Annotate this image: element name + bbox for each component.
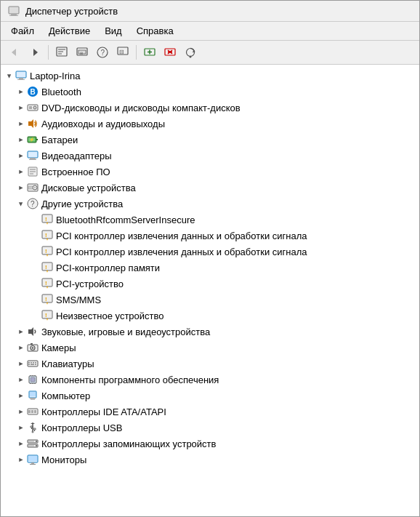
chevron-usb[interactable]: ► [15,422,27,433]
remove-device-button[interactable] [161,43,179,62]
chevron-bluetooth[interactable]: ► [15,86,27,97]
svg-rect-102 [34,410,36,413]
tree-item-computer[interactable]: ► Компьютер [1,388,419,404]
warning-icon-pcidev: ! [41,278,53,289]
chevron-disk[interactable]: ► [15,182,27,193]
tree-item-sound[interactable]: ► Звуковые, игровые и видеоустройства [1,324,419,340]
firmware-icon [27,166,39,177]
tree-item-ide[interactable]: ► Контроллеры IDE ATA/ATAPI [1,404,419,420]
chevron-camera[interactable]: ► [15,342,27,353]
svg-rect-84 [28,364,30,366]
tree-root[interactable]: ► Laptop-Irina [1,68,419,84]
dvd-icon [27,102,39,113]
chevron-computer[interactable]: ► [15,390,27,401]
tree-item-pci2[interactable]: ► ! PCI контроллер извлечения данных и о… [1,244,419,260]
dvd-label: DVD-дисководы и дисководы компакт-дисков [41,103,241,113]
refresh-button[interactable] [181,43,200,62]
svg-rect-81 [31,362,32,364]
back-button[interactable] [5,43,24,62]
svg-rect-37 [36,139,38,140]
tree-item-components[interactable]: ► Компоненты программного обеспечения [1,372,419,388]
monitor-icon [27,454,39,465]
svg-rect-100 [28,410,31,413]
add-hardware-button[interactable] [140,43,159,62]
audio-icon [27,118,39,129]
tree-item-pcimem[interactable]: ► ! PCI-контроллер памяти [1,260,419,276]
menu-action[interactable]: Действие [43,23,96,39]
svg-text:!: ! [45,296,47,302]
usb-icon [27,422,39,433]
svg-marker-3 [12,49,16,56]
svg-rect-28 [17,79,25,80]
tree-item-dvd[interactable]: ► DVD-дисководы и дисководы компакт-диск… [1,100,419,116]
svg-text:!: ! [45,232,47,239]
components-label: Компоненты программного обеспечения [41,374,219,385]
display-label: Видеоадаптеры [41,151,112,161]
svg-point-49 [34,187,36,188]
chevron-ide[interactable]: ► [15,406,27,417]
tree-item-audio[interactable]: ► Аудиовходы и аудиовыходы [1,116,419,132]
computer-icon [15,70,27,81]
svg-rect-27 [19,78,23,79]
chevron-root[interactable]: ► [4,71,15,82]
pcidev-label: PCI-устройство [56,278,124,289]
tree-item-unknown[interactable]: ► ! Неизвестное устройство [1,308,419,324]
svg-rect-1 [11,14,17,15]
tree-item-camera[interactable]: ► Камеры [1,340,419,356]
chevron-keyboard[interactable]: ► [15,358,27,369]
monitors-label: Мониторы [41,454,86,465]
tree-item-pci1[interactable]: ► ! PCI контроллер извлечения данных и о… [1,228,419,244]
camera-label: Камеры [41,342,76,353]
svg-marker-74 [28,327,33,336]
svg-rect-41 [30,158,36,159]
svg-point-25 [190,56,192,58]
update-driver-button[interactable]: ⊞ [73,43,92,62]
warning-icon-unknown: ! [41,310,53,321]
chevron-components[interactable]: ► [15,374,27,385]
tree-item-firmware[interactable]: ► Встроенное ПО [1,164,419,180]
chevron-firmware[interactable]: ► [15,166,27,177]
tree-item-storage[interactable]: ► Контроллеры запоминающих устройств [1,436,419,452]
chevron-display[interactable]: ► [15,150,27,161]
chevron-audio[interactable]: ► [15,118,27,129]
svg-rect-80 [28,362,30,364]
tree-item-other[interactable]: ► ? Другие устройства [1,196,419,212]
tree-item-battery[interactable]: ► ⚡ Батареи [1,132,419,148]
tree-item-disk[interactable]: ► Дисковые устройства [1,180,419,196]
bluetooth-icon: B [27,86,39,97]
svg-rect-0 [9,7,19,14]
disk-label: Дисковые устройства [41,183,136,193]
svg-rect-59 [42,247,52,255]
properties-button[interactable] [52,43,71,62]
chevron-monitors[interactable]: ► [15,454,27,465]
menu-help[interactable]: Справка [131,23,179,39]
tree-item-sms[interactable]: ► ! SMS/MMS [1,292,419,308]
svg-marker-60 [47,255,48,257]
forward-button[interactable] [25,43,44,62]
tree-item-bluetooth[interactable]: ► B Bluetooth [1,84,419,100]
chevron-sound[interactable]: ► [15,326,27,337]
svg-rect-96 [30,398,36,399]
svg-rect-105 [31,426,33,428]
svg-point-77 [32,347,33,348]
tree-item-keyboard[interactable]: ► Клавиатуры [1,356,419,372]
menu-view[interactable]: Вид [99,23,128,39]
chevron-battery[interactable]: ► [15,134,27,145]
audio-label: Аудиовходы и аудиовыходы [41,119,165,129]
chevron-dvd[interactable]: ► [15,102,27,113]
chevron-other[interactable]: ► [15,199,27,210]
help-button[interactable]: ? [93,43,112,62]
svg-text:!: ! [45,248,47,255]
chevron-storage[interactable]: ► [15,438,27,449]
scan-button[interactable]: ⊟ [113,43,132,62]
tree-item-display[interactable]: ► Видеоадаптеры [1,148,419,164]
tree-item-monitors[interactable]: ► Мониторы [1,452,419,468]
tree-item-usb[interactable]: ► Контроллеры USB [1,420,419,436]
tree-item-pcidev[interactable]: ► ! PCI-устройство [1,276,419,292]
menu-file[interactable]: Файл [5,23,40,39]
svg-rect-85 [31,364,34,366]
svg-rect-56 [42,231,52,239]
device-tree[interactable]: ► Laptop-Irina ► B Bluetooth [1,65,419,516]
tree-item-rfcomm[interactable]: ► ! BluetoothRfcommServerInsecure [1,212,419,228]
svg-rect-83 [35,362,36,364]
